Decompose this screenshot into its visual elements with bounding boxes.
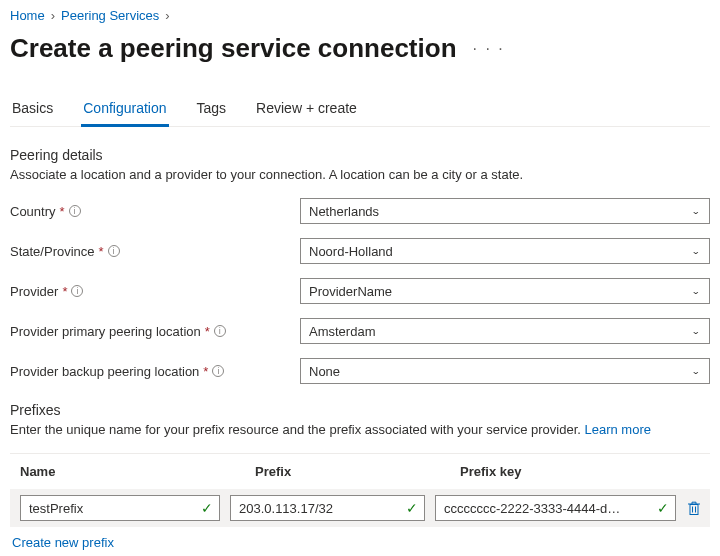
- page-title: Create a peering service connection: [10, 33, 457, 64]
- more-actions-button[interactable]: · · ·: [467, 40, 511, 58]
- header-prefix: Prefix: [255, 464, 460, 479]
- required-indicator: *: [62, 284, 67, 299]
- prefixes-heading: Prefixes: [10, 402, 710, 418]
- trash-icon: [686, 500, 702, 516]
- backup-location-label-text: Provider backup peering location: [10, 364, 199, 379]
- country-select-value: Netherlands: [309, 204, 379, 219]
- delete-row-button[interactable]: [686, 500, 702, 516]
- primary-location-select[interactable]: Amsterdam ⌄: [300, 318, 710, 344]
- header-prefix-key: Prefix key: [460, 464, 700, 479]
- country-label: Country * i: [10, 204, 300, 219]
- prefix-row: testPrefix ✓ 203.0.113.17/32 ✓ cccccccc-…: [10, 489, 710, 527]
- peering-details-description: Associate a location and a provider to y…: [10, 167, 710, 182]
- info-icon[interactable]: i: [69, 205, 81, 217]
- breadcrumb-home-link[interactable]: Home: [10, 8, 45, 23]
- prefixes-grid: Name Prefix Prefix key testPrefix ✓ 203.…: [10, 453, 710, 527]
- chevron-right-icon: ›: [165, 8, 169, 23]
- peering-details-heading: Peering details: [10, 147, 710, 163]
- check-icon: ✓: [406, 500, 418, 516]
- chevron-down-icon: ⌄: [691, 286, 701, 296]
- tab-review-create[interactable]: Review + create: [254, 100, 359, 127]
- chevron-down-icon: ⌄: [691, 206, 701, 216]
- prefix-value: 203.0.113.17/32: [239, 501, 333, 516]
- peering-details-form: Country * i Netherlands ⌄ State/Province…: [10, 198, 710, 384]
- breadcrumb: Home › Peering Services ›: [10, 8, 710, 23]
- backup-location-select-value: None: [309, 364, 340, 379]
- prefix-name-input[interactable]: testPrefix ✓: [20, 495, 220, 521]
- required-indicator: *: [60, 204, 65, 219]
- info-icon[interactable]: i: [214, 325, 226, 337]
- tab-configuration[interactable]: Configuration: [81, 100, 168, 127]
- backup-location-label: Provider backup peering location * i: [10, 364, 300, 379]
- state-select-value: Noord-Holland: [309, 244, 393, 259]
- state-label: State/Province * i: [10, 244, 300, 259]
- prefix-value-input[interactable]: 203.0.113.17/32 ✓: [230, 495, 425, 521]
- prefixes-description-text: Enter the unique name for your prefix re…: [10, 422, 584, 437]
- tab-tags[interactable]: Tags: [195, 100, 229, 127]
- provider-select[interactable]: ProviderName ⌄: [300, 278, 710, 304]
- required-indicator: *: [203, 364, 208, 379]
- breadcrumb-peering-services-link[interactable]: Peering Services: [61, 8, 159, 23]
- wizard-tabs: Basics Configuration Tags Review + creat…: [10, 100, 710, 127]
- required-indicator: *: [99, 244, 104, 259]
- info-icon[interactable]: i: [212, 365, 224, 377]
- country-label-text: Country: [10, 204, 56, 219]
- primary-location-select-value: Amsterdam: [309, 324, 375, 339]
- check-icon: ✓: [657, 500, 669, 516]
- tab-basics[interactable]: Basics: [10, 100, 55, 127]
- check-icon: ✓: [201, 500, 213, 516]
- chevron-right-icon: ›: [51, 8, 55, 23]
- provider-label-text: Provider: [10, 284, 58, 299]
- prefix-key-value: cccccccc-2222-3333-4444-d…: [444, 501, 620, 516]
- state-select[interactable]: Noord-Holland ⌄: [300, 238, 710, 264]
- required-indicator: *: [205, 324, 210, 339]
- svg-rect-0: [690, 505, 698, 515]
- state-label-text: State/Province: [10, 244, 95, 259]
- prefixes-grid-header: Name Prefix Prefix key: [10, 454, 710, 489]
- chevron-down-icon: ⌄: [691, 326, 701, 336]
- country-select[interactable]: Netherlands ⌄: [300, 198, 710, 224]
- info-icon[interactable]: i: [108, 245, 120, 257]
- learn-more-link[interactable]: Learn more: [584, 422, 650, 437]
- info-icon[interactable]: i: [71, 285, 83, 297]
- prefix-key-input[interactable]: cccccccc-2222-3333-4444-d… ✓: [435, 495, 676, 521]
- chevron-down-icon: ⌄: [691, 366, 701, 376]
- create-new-prefix-link[interactable]: Create new prefix: [12, 535, 114, 550]
- backup-location-select[interactable]: None ⌄: [300, 358, 710, 384]
- chevron-down-icon: ⌄: [691, 246, 701, 256]
- header-name: Name: [20, 464, 255, 479]
- primary-location-label-text: Provider primary peering location: [10, 324, 201, 339]
- prefix-name-value: testPrefix: [29, 501, 83, 516]
- primary-location-label: Provider primary peering location * i: [10, 324, 300, 339]
- provider-select-value: ProviderName: [309, 284, 392, 299]
- prefixes-description: Enter the unique name for your prefix re…: [10, 422, 710, 437]
- provider-label: Provider * i: [10, 284, 300, 299]
